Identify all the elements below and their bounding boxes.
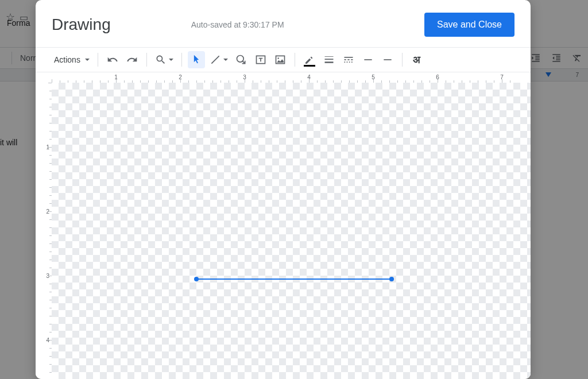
dropdown-caret-icon <box>223 59 228 61</box>
drawing-canvas[interactable] <box>52 83 531 379</box>
shape-tool[interactable] <box>233 51 250 68</box>
drawing-modal: Drawing Auto-saved at 9:30:17 PM Save an… <box>36 0 531 379</box>
separator <box>402 53 403 67</box>
shape-icon <box>235 54 247 65</box>
svg-rect-13 <box>349 61 350 63</box>
svg-rect-15 <box>364 59 372 60</box>
svg-rect-11 <box>344 61 345 63</box>
actions-menu[interactable]: Actions <box>46 51 92 68</box>
cursor-icon <box>191 54 202 65</box>
zoom-menu[interactable] <box>153 51 176 68</box>
border-weight-tool[interactable] <box>320 51 338 68</box>
modal-title: Drawing <box>52 16 111 34</box>
pen-icon <box>304 56 315 64</box>
separator <box>181 53 182 67</box>
actions-label: Actions <box>48 55 84 64</box>
horizontal-ruler[interactable]: 1 2 3 4 5 6 7 <box>52 72 531 83</box>
zoom-icon <box>155 54 167 65</box>
line-start-icon <box>362 54 374 65</box>
dropdown-caret-icon <box>85 59 90 61</box>
drawing-toolbar: Actions <box>36 47 531 72</box>
border-color-tool[interactable] <box>301 51 318 68</box>
autosave-status: Auto-saved at 9:30:17 PM <box>191 20 284 29</box>
separator <box>146 53 147 67</box>
textbox-tool[interactable] <box>252 51 269 68</box>
line-dash-icon <box>343 54 354 65</box>
svg-rect-7 <box>344 57 353 58</box>
textbox-icon <box>255 54 266 65</box>
save-and-close-button[interactable]: Save and Close <box>424 13 514 37</box>
canvas-area: 1 2 3 4 1 2 3 4 5 6 7 <box>36 72 531 379</box>
separator <box>295 53 295 67</box>
svg-rect-16 <box>384 59 391 60</box>
line-end-tool[interactable] <box>379 51 396 68</box>
color-swatch <box>304 65 315 67</box>
image-icon <box>274 54 286 65</box>
hindi-a-icon: अ <box>413 54 420 66</box>
line-handle-start[interactable] <box>194 277 199 281</box>
drawn-line[interactable] <box>196 279 392 280</box>
svg-rect-14 <box>351 61 353 63</box>
line-end-icon <box>382 54 393 65</box>
redo-icon <box>126 54 138 65</box>
line-tool[interactable] <box>207 51 230 68</box>
svg-rect-8 <box>344 59 346 60</box>
image-tool[interactable] <box>272 51 289 68</box>
line-weight-icon <box>323 54 335 65</box>
svg-rect-12 <box>347 61 348 63</box>
line-icon <box>210 54 221 65</box>
vertical-ruler[interactable]: 1 2 3 4 <box>36 72 52 379</box>
svg-rect-10 <box>351 59 353 60</box>
svg-point-3 <box>277 57 279 59</box>
dropdown-caret-icon <box>169 59 173 61</box>
select-tool[interactable] <box>188 51 205 68</box>
more-tool[interactable]: अ <box>408 51 425 68</box>
modal-header: Drawing Auto-saved at 9:30:17 PM Save an… <box>36 0 531 47</box>
svg-rect-4 <box>324 56 333 57</box>
undo-icon <box>107 54 118 65</box>
svg-rect-6 <box>324 61 333 63</box>
svg-rect-9 <box>347 59 349 60</box>
svg-rect-5 <box>324 59 333 60</box>
border-dash-tool[interactable] <box>340 51 357 68</box>
separator <box>98 53 98 67</box>
redo-button[interactable] <box>123 51 141 68</box>
line-start-tool[interactable] <box>359 51 377 68</box>
line-handle-end[interactable] <box>389 277 394 281</box>
undo-button[interactable] <box>104 51 121 68</box>
